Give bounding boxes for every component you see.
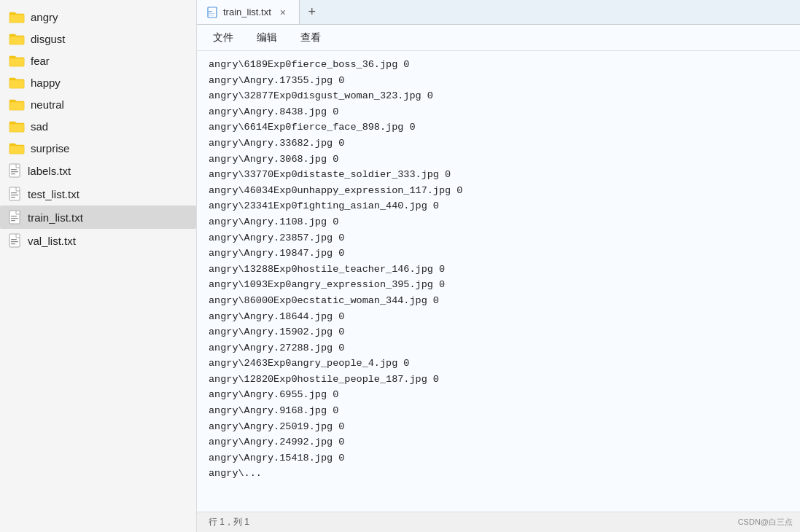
folder-icon <box>9 76 25 89</box>
svg-rect-13 <box>11 239 17 240</box>
code-line-16: angry\86000Exp0ecstatic_woman_344.jpg 0 <box>209 293 788 309</box>
svg-rect-18 <box>209 13 215 14</box>
new-tab-button[interactable]: + <box>300 0 325 24</box>
code-line-9: angry\46034Exp0unhappy_expression_117.jp… <box>209 183 788 199</box>
code-line-14: angry\13288Exp0hostile_teacher_146.jpg 0 <box>209 262 788 278</box>
code-line-25: angry\Angry.24992.jpg 0 <box>209 434 788 450</box>
code-line-17: angry\Angry.18644.jpg 0 <box>209 309 788 325</box>
code-line-10: angry\23341Exp0fighting_asian_440.jpg 0 <box>209 198 788 214</box>
sidebar-item-label: labels.txt <box>28 165 71 177</box>
editor-area: train_list.txt × + 文件编辑查看 angry\6189Exp0… <box>197 0 800 532</box>
svg-rect-9 <box>11 216 17 216</box>
code-line-7: angry\Angry.3068.jpg 0 <box>209 152 788 168</box>
sidebar-item-test_list-txt[interactable]: test_list.txt <box>0 182 196 206</box>
menu-item-编辑[interactable]: 编辑 <box>252 30 281 46</box>
sidebar-item-labels-txt[interactable]: labels.txt <box>0 159 196 182</box>
sidebar-item-label: train_list.txt <box>28 211 83 224</box>
menu-item-文件[interactable]: 文件 <box>209 30 238 46</box>
code-line-8: angry\33770Exp0distaste_soldier_333.jpg … <box>209 167 788 183</box>
code-line-12: angry\Angry.23857.jpg 0 <box>209 230 788 246</box>
code-line-26: angry\Angry.15418.jpg 0 <box>209 450 788 466</box>
svg-rect-4 <box>9 187 20 200</box>
sidebar-item-label: angry <box>31 11 58 23</box>
folder-icon <box>9 10 25 23</box>
svg-rect-11 <box>11 220 15 221</box>
sidebar-item-label: happy <box>31 77 61 89</box>
menu-bar: 文件编辑查看 <box>197 25 800 51</box>
tab-file-icon <box>207 7 217 18</box>
svg-rect-3 <box>11 173 15 174</box>
code-line-2: angry\Angry.17355.jpg 0 <box>209 73 788 89</box>
folder-icon <box>9 141 25 154</box>
folder-icon <box>9 54 25 67</box>
code-line-11: angry\Angry.1108.jpg 0 <box>209 214 788 230</box>
sidebar-item-val_list-txt[interactable]: val_list.txt <box>0 229 196 252</box>
code-line-18: angry\Angry.15902.jpg 0 <box>209 324 788 340</box>
sidebar-item-happy[interactable]: happy <box>0 71 196 93</box>
sidebar-item-label: disgust <box>31 33 66 45</box>
code-line-24: angry\Angry.25019.jpg 0 <box>209 419 788 435</box>
svg-rect-14 <box>11 241 18 242</box>
folder-icon <box>9 120 25 133</box>
status-bar: 行 1，列 1 <box>197 512 800 532</box>
svg-rect-7 <box>11 197 15 197</box>
svg-rect-17 <box>209 11 212 12</box>
svg-rect-2 <box>11 171 18 172</box>
folder-icon <box>9 98 25 111</box>
code-line-13: angry\Angry.19847.jpg 0 <box>209 246 788 262</box>
sidebar-item-sad[interactable]: sad <box>0 115 196 137</box>
active-tab[interactable]: train_list.txt × <box>197 0 300 24</box>
sidebar-item-surprise[interactable]: surprise <box>0 137 196 159</box>
code-line-3: angry\32877Exp0disgust_woman_323.jpg 0 <box>209 88 788 104</box>
code-line-5: angry\6614Exp0fierce_face_898.jpg 0 <box>209 120 788 136</box>
sidebar-item-neutral[interactable]: neutral <box>0 93 196 115</box>
code-content[interactable]: angry\6189Exp0fierce_boss_36.jpg 0angry\… <box>197 51 800 512</box>
sidebar-item-angry[interactable]: angry <box>0 6 196 28</box>
code-line-4: angry\Angry.8438.jpg 0 <box>209 104 788 120</box>
cursor-position: 行 1，列 1 <box>209 516 249 528</box>
code-line-19: angry\Angry.27288.jpg 0 <box>209 340 788 356</box>
code-line-1: angry\6189Exp0fierce_boss_36.jpg 0 <box>209 57 788 73</box>
file-icon <box>9 163 22 178</box>
file-icon <box>9 210 22 224</box>
tab-label: train_list.txt <box>223 7 271 17</box>
watermark: CSDN@白三点 <box>738 517 793 528</box>
tab-bar: train_list.txt × + <box>197 0 800 25</box>
sidebar-item-label: neutral <box>31 98 64 111</box>
code-line-20: angry\2463Exp0angry_people_4.jpg 0 <box>209 356 788 372</box>
sidebar: angry disgust fear <box>0 0 197 532</box>
svg-rect-1 <box>11 169 17 170</box>
code-line-27: angry\... <box>209 466 788 482</box>
sidebar-item-label: val_list.txt <box>28 235 76 247</box>
code-line-6: angry\Angry.33682.jpg 0 <box>209 136 788 152</box>
sidebar-item-label: fear <box>31 55 50 67</box>
svg-rect-8 <box>9 211 20 224</box>
code-line-15: angry\1093Exp0angry_expression_395.jpg 0 <box>209 277 788 293</box>
sidebar-item-label: surprise <box>31 142 69 154</box>
file-icon <box>9 187 22 201</box>
code-line-22: angry\Angry.6955.jpg 0 <box>209 387 788 403</box>
svg-rect-10 <box>11 218 18 219</box>
file-icon <box>9 233 22 248</box>
svg-rect-0 <box>9 164 20 177</box>
folder-icon <box>9 32 25 45</box>
sidebar-item-label: test_list.txt <box>28 188 79 200</box>
menu-item-查看[interactable]: 查看 <box>296 30 325 46</box>
svg-rect-5 <box>11 192 17 193</box>
svg-rect-19 <box>209 15 214 15</box>
sidebar-item-fear[interactable]: fear <box>0 50 196 71</box>
code-line-23: angry\Angry.9168.jpg 0 <box>209 403 788 419</box>
sidebar-item-disgust[interactable]: disgust <box>0 28 196 50</box>
tab-close-button[interactable]: × <box>277 7 289 18</box>
svg-rect-15 <box>11 243 15 244</box>
svg-rect-16 <box>208 7 217 17</box>
sidebar-item-label: sad <box>31 120 48 133</box>
sidebar-item-train_list-txt[interactable]: train_list.txt <box>0 206 196 229</box>
code-line-21: angry\12820Exp0hostile_people_187.jpg 0 <box>209 372 788 388</box>
svg-rect-12 <box>9 234 20 247</box>
svg-rect-6 <box>11 195 18 195</box>
